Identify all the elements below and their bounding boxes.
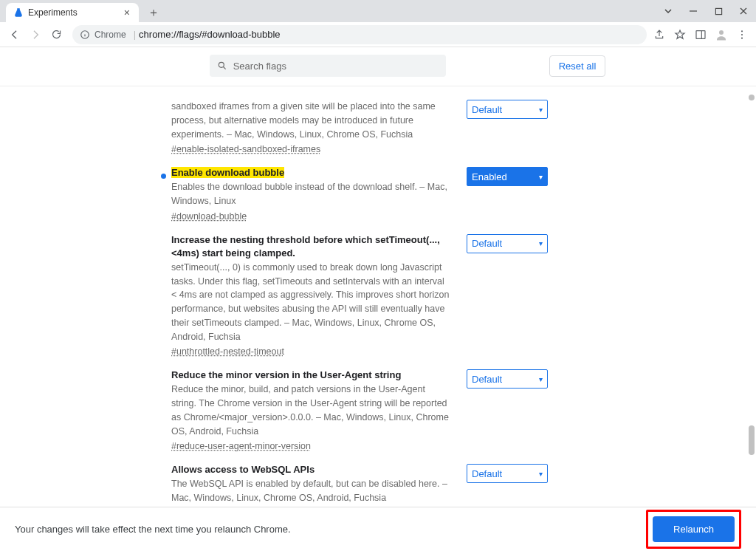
- svg-point-6: [741, 37, 743, 38]
- flag-description: Reduce the minor, build, and patch versi…: [171, 383, 452, 438]
- chevron-down-icon[interactable]: [656, 1, 681, 21]
- flag-row: Increase the nesting threshold before wh…: [171, 225, 585, 361]
- search-placeholder: Search flags: [233, 61, 286, 72]
- chevron-down-icon: ▾: [539, 173, 543, 181]
- relaunch-bar: Your changes will take effect the next t…: [0, 507, 756, 551]
- chevron-down-icon: ▾: [539, 375, 543, 383]
- scrollbar-thumb[interactable]: [749, 425, 755, 455]
- back-button[interactable]: [4, 24, 25, 45]
- svg-rect-0: [715, 8, 721, 14]
- forward-button[interactable]: [25, 24, 46, 45]
- flag-state-select[interactable]: Default▾: [467, 100, 548, 119]
- flag-row: sandboxed iframes from a given site will…: [171, 91, 585, 158]
- titlebar: Experiments × ＋: [0, 0, 756, 22]
- flag-state-select[interactable]: Default▾: [467, 369, 548, 389]
- star-icon[interactable]: [673, 28, 687, 41]
- url-scheme-badge: Chrome: [94, 30, 126, 40]
- chevron-down-icon: ▾: [539, 106, 543, 114]
- flag-state-select[interactable]: Default▾: [467, 234, 548, 253]
- menu-icon[interactable]: [735, 28, 749, 41]
- flag-title: Enable download bubble: [171, 167, 284, 178]
- close-icon[interactable]: ×: [123, 7, 131, 18]
- flag-description: setTimeout(..., 0) is commonly used to b…: [171, 261, 452, 344]
- flag-title: Allows access to WebSQL APIs: [171, 464, 315, 475]
- browser-toolbar: Chrome | chrome://flags/#download-bubble: [0, 22, 756, 47]
- browser-tab[interactable]: Experiments ×: [6, 3, 139, 22]
- svg-point-7: [219, 62, 224, 67]
- reload-button[interactable]: [46, 24, 66, 45]
- flag-description: Enables the download bubble instead of t…: [171, 180, 452, 208]
- reset-all-button[interactable]: Reset all: [549, 55, 606, 77]
- page-content: Search flags Reset all sandboxed iframes…: [0, 47, 756, 507]
- flag-description: The WebSQL API is enabled by default, bu…: [171, 477, 452, 505]
- url-text: chrome://flags/#download-bubble: [139, 29, 281, 40]
- modified-dot-icon: [161, 174, 166, 179]
- info-icon: [80, 30, 90, 40]
- flag-state-value: Default: [472, 374, 502, 385]
- scrollbar[interactable]: [746, 95, 756, 462]
- flag-state-value: Enabled: [472, 171, 507, 182]
- flag-state-select[interactable]: Enabled▾: [467, 167, 548, 186]
- flag-state-value: Default: [472, 104, 502, 115]
- window-controls: [656, 0, 756, 22]
- new-tab-button[interactable]: ＋: [143, 3, 164, 22]
- flag-title: Reduce the minor version in the User-Age…: [171, 369, 401, 380]
- flag-permalink[interactable]: #unthrottled-nested-timeout: [171, 346, 284, 357]
- chevron-down-icon: ▾: [539, 470, 543, 478]
- flag-row: Reduce the minor version in the User-Age…: [171, 360, 585, 455]
- share-icon[interactable]: [653, 28, 666, 41]
- flags-list: sandboxed iframes from a given site will…: [171, 86, 585, 507]
- search-input[interactable]: Search flags: [210, 55, 446, 77]
- flag-permalink[interactable]: #enable-isolated-sandboxed-iframes: [171, 144, 320, 154]
- close-window-icon[interactable]: [731, 1, 756, 21]
- toolbar-actions: [653, 28, 752, 41]
- flag-permalink[interactable]: #reduce-user-agent-minor-version: [171, 441, 311, 451]
- relaunch-highlight: Relaunch: [646, 510, 741, 549]
- flag-title: Increase the nesting threshold before wh…: [171, 234, 440, 259]
- flag-row: Allows access to WebSQL APIsThe WebSQL A…: [171, 455, 585, 507]
- flask-icon: [13, 7, 24, 18]
- relaunch-button[interactable]: Relaunch: [653, 516, 735, 542]
- flag-state-value: Default: [472, 238, 502, 249]
- flag-body: Allows access to WebSQL APIsThe WebSQL A…: [171, 462, 467, 507]
- svg-rect-2: [696, 30, 705, 38]
- flag-row: Enable download bubbleEnables the downlo…: [171, 158, 585, 225]
- svg-point-3: [719, 30, 724, 35]
- svg-point-4: [741, 30, 743, 32]
- flag-state-value: Default: [472, 468, 502, 479]
- flag-permalink[interactable]: #download-bubble: [171, 211, 247, 222]
- search-icon: [217, 61, 227, 71]
- minimize-icon[interactable]: [681, 1, 706, 21]
- tab-title: Experiments: [28, 7, 78, 18]
- svg-point-5: [741, 33, 743, 35]
- flag-state-select[interactable]: Default▾: [467, 464, 548, 483]
- address-bar[interactable]: Chrome | chrome://flags/#download-bubble: [72, 25, 647, 44]
- profile-icon[interactable]: [715, 28, 728, 41]
- flag-body: Increase the nesting threshold before wh…: [171, 233, 467, 358]
- relaunch-message: Your changes will take effect the next t…: [15, 524, 291, 535]
- maximize-icon[interactable]: [706, 1, 731, 21]
- scroll-up-arrow[interactable]: [749, 95, 755, 100]
- chevron-down-icon: ▾: [539, 239, 543, 247]
- flag-description: sandboxed iframes from a given site will…: [171, 100, 452, 141]
- flag-body: Reduce the minor version in the User-Age…: [171, 368, 467, 452]
- side-panel-icon[interactable]: [694, 28, 707, 41]
- flags-header: Search flags Reset all: [0, 47, 756, 86]
- flag-body: sandboxed iframes from a given site will…: [171, 98, 467, 155]
- tab-strip: Experiments × ＋: [0, 0, 164, 22]
- flag-body: Enable download bubbleEnables the downlo…: [171, 165, 467, 222]
